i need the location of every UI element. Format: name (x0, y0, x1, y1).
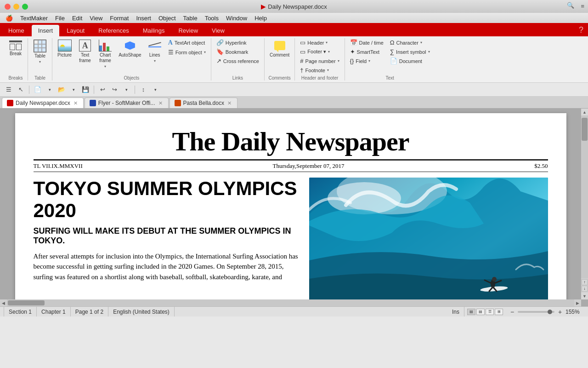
doc-tab-daily[interactable]: Daily Newspaper.docx ✕ (2, 98, 84, 108)
menu-table[interactable]: Table (180, 14, 201, 23)
view-btn-outline[interactable]: ▤ (476, 309, 485, 315)
scroll-down-button[interactable]: ▼ (581, 293, 588, 299)
news-col-left: TOKYO SUMMER OLYMPICS 2020 SURFING WILL … (34, 178, 300, 306)
sidebar-toggle-button[interactable]: ☰ (4, 85, 14, 95)
menu-format[interactable]: Format (106, 14, 132, 23)
ribbon-help-icon[interactable]: ? (576, 25, 586, 35)
cursor-button[interactable]: ↖ (16, 85, 26, 95)
maximize-button[interactable] (22, 4, 28, 10)
scrollbar-bottom[interactable]: ◀ ▶ (0, 299, 581, 306)
text-col2: Ω Character ▾ ∑ Insert symbol ▾ 📄 Docume… (388, 38, 432, 65)
doc-tab-pasta[interactable]: Pasta Bella.docx ✕ (170, 98, 237, 108)
scrollbar-right[interactable]: ▲ ↑ ↓ ▼ (581, 109, 588, 299)
title-bar-text: ▶ Daily Newspaper.docx (261, 3, 327, 10)
header-icon: ▭ (300, 39, 305, 46)
insert-symbol-icon: ∑ (390, 48, 394, 55)
footer-button[interactable]: ▭ Footer ▾ ▾ (298, 47, 341, 56)
undo-button[interactable]: ↩ (97, 85, 107, 95)
tab-view[interactable]: View (205, 25, 231, 36)
scroll-page-down[interactable]: ↓ (582, 286, 588, 292)
menu-tools[interactable]: Tools (201, 14, 222, 23)
ribbon-tabs: Home Insert Layout References Mailings R… (0, 23, 588, 36)
tab-references[interactable]: References (92, 25, 135, 36)
smarttext-button[interactable]: ✦ SmartText (348, 47, 386, 56)
menu-insert[interactable]: Insert (132, 14, 155, 23)
bookmark-button[interactable]: 🔖 Bookmark (214, 47, 261, 56)
doc-tab-flyer[interactable]: Flyer - SoftMaker Offi... ✕ (85, 98, 169, 108)
document-button[interactable]: 📄 Document (388, 57, 432, 65)
break-button[interactable]: Break (6, 38, 25, 58)
doc-tab-flyer-close[interactable]: ✕ (158, 100, 164, 106)
tab-mailings[interactable]: Mailings (136, 25, 171, 36)
picture-icon (58, 40, 72, 52)
view-btn-draft[interactable]: ☰ (486, 309, 494, 315)
menu-edit[interactable]: Edit (68, 14, 86, 23)
break-icon (9, 40, 22, 50)
page-number-button[interactable]: # Page number ▾ (298, 57, 341, 65)
table-button[interactable]: Table ▾ (31, 38, 49, 65)
field-icon: {} (350, 58, 354, 64)
redo-button[interactable]: ↪ (109, 85, 119, 95)
menu-window[interactable]: Window (222, 14, 251, 23)
close-button[interactable] (5, 4, 11, 10)
undo-dropdown-button[interactable]: ▾ (121, 85, 131, 95)
textart-button[interactable]: A TextArt object (166, 38, 208, 47)
field-button[interactable]: {} Field ▾ (348, 57, 386, 65)
tab-layout[interactable]: Layout (60, 25, 91, 36)
doc-tab-pasta-close[interactable]: ✕ (226, 100, 232, 106)
tab-home[interactable]: Home (2, 25, 31, 36)
links-group-label: Links (232, 75, 243, 80)
new-document-button[interactable]: 📄 (33, 85, 43, 95)
scroll-left-button[interactable]: ◀ (0, 299, 7, 306)
menu-help[interactable]: Help (251, 14, 271, 23)
footnote-button[interactable]: † Footnote ▾ (298, 66, 341, 75)
insert-symbol-button[interactable]: ∑ Insert symbol ▾ (388, 47, 432, 56)
autoshape-button[interactable]: AutoShape (116, 38, 144, 59)
scroll-up-button[interactable]: ▲ (581, 109, 588, 115)
hyperlink-button[interactable]: 🔗 Hyperlink (214, 38, 261, 47)
scroll-right-button[interactable]: ▶ (574, 299, 581, 306)
comments-items: Comment (267, 38, 292, 75)
zoom-in-button[interactable]: + (556, 308, 564, 316)
textart-icon: A (168, 39, 173, 46)
character-button[interactable]: Ω Character ▾ (388, 38, 432, 47)
zoom-slider[interactable] (518, 311, 554, 313)
lines-button[interactable]: Lines ▾ (146, 38, 164, 64)
cursor-tools-button[interactable]: ↕ (138, 85, 148, 95)
bullets-icon[interactable]: ≡ (581, 3, 584, 10)
field-label: Field (356, 58, 367, 64)
scroll-track-bottom[interactable] (7, 299, 574, 306)
datetime-button[interactable]: 📅 Date / time (348, 38, 386, 47)
apple-menu[interactable]: 🍎 (2, 14, 17, 23)
cross-reference-button[interactable]: ↗ Cross reference (214, 57, 261, 65)
minimize-button[interactable] (13, 4, 19, 10)
scroll-page-up[interactable]: ↑ (582, 279, 588, 285)
comment-button[interactable]: Comment (267, 38, 292, 59)
menu-view[interactable]: View (86, 14, 106, 23)
picture-button[interactable]: Picture (55, 38, 74, 59)
tab-review[interactable]: Review (172, 25, 204, 36)
open-dropdown-button[interactable]: ▾ (68, 85, 79, 95)
scroll-thumb-bottom[interactable] (8, 300, 45, 305)
menu-textmaker[interactable]: TextMaker (17, 14, 51, 23)
chart-frame-button[interactable]: Chartframe ▾ (96, 38, 114, 70)
save-button[interactable]: 💾 (80, 85, 90, 95)
tab-insert[interactable]: Insert (32, 25, 60, 36)
menu-file[interactable]: File (51, 14, 68, 23)
search-icon[interactable]: 🔍 (567, 2, 574, 9)
scroll-thumb-right[interactable] (582, 118, 588, 141)
scroll-track-right[interactable] (581, 115, 588, 278)
menu-object[interactable]: Object (155, 14, 180, 23)
hyperlink-icon: 🔗 (216, 39, 224, 46)
text-frame-button[interactable]: A Textframe (76, 38, 94, 65)
field-arrow: ▾ (368, 59, 370, 63)
open-button[interactable]: 📂 (57, 85, 67, 95)
doc-tab-daily-close[interactable]: ✕ (73, 100, 79, 106)
zoom-out-button[interactable]: − (509, 308, 516, 316)
view-btn-reading[interactable]: ⊞ (495, 309, 503, 315)
view-btn-page[interactable]: ▤ (467, 309, 475, 315)
cursor-tools-dropdown[interactable]: ▾ (150, 85, 160, 95)
new-dropdown-button[interactable]: ▾ (45, 85, 55, 95)
form-object-button[interactable]: ☰ Form object ▾ (166, 48, 208, 57)
header-button[interactable]: ▭ Header ▾ (298, 38, 341, 47)
